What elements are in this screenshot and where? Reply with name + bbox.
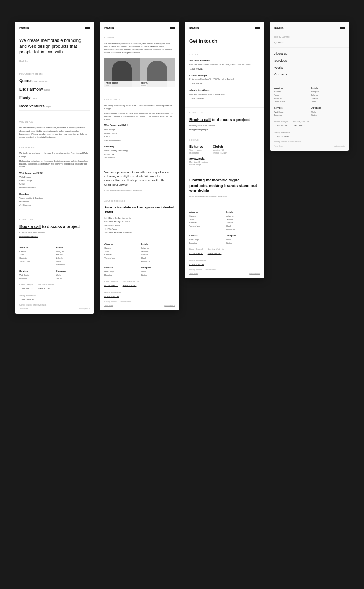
footer-link[interactable]: Web Design xyxy=(19,274,53,276)
footer-link[interactable]: Awwwards xyxy=(226,228,260,231)
website-link[interactable]: matchagency.io xyxy=(164,304,175,307)
footer-link[interactable]: Stories xyxy=(311,114,345,117)
location-phone[interactable]: +1 600 209 2311 xyxy=(274,124,288,127)
footer-link[interactable]: Instagram xyxy=(311,91,345,93)
footer-services-col: Services Web Design Branding xyxy=(189,234,223,245)
footer-link[interactable]: Branding xyxy=(189,242,223,244)
footer-link[interactable]: Branding xyxy=(19,277,53,280)
terms-link[interactable]: Terms of use xyxy=(19,308,28,310)
footer-link[interactable]: Team xyxy=(189,218,223,221)
terms-link[interactable]: Terms of use xyxy=(189,272,198,275)
book-call-link-3[interactable]: Book a call xyxy=(189,117,211,122)
website-link[interactable]: matchagency.io xyxy=(249,272,260,275)
hamburger-2[interactable] xyxy=(170,27,175,29)
footer-link[interactable]: Clutch xyxy=(56,260,90,263)
footer-link[interactable]: Branding xyxy=(274,114,308,117)
menu-item-works[interactable]: Works xyxy=(274,66,345,70)
location-phone[interactable]: +7 700 675 15 96 xyxy=(274,135,289,138)
footer-link[interactable]: LinkedIn xyxy=(226,222,260,224)
project-flanty[interactable]: Flanty Digital xyxy=(19,95,90,102)
footer-col-title: Our space xyxy=(226,234,260,237)
footer-link[interactable]: Careers xyxy=(19,250,53,253)
menu-item-services[interactable]: Services xyxy=(274,59,345,63)
footer-link[interactable]: Behance xyxy=(226,218,260,221)
location-phone[interactable]: +1 600 209 2311 xyxy=(189,252,203,254)
location-phone[interactable]: +1 600 209 2311 xyxy=(38,288,52,290)
footer-link[interactable]: Works xyxy=(141,271,175,273)
footer-link[interactable]: Instagram xyxy=(56,250,90,253)
footer-link[interactable]: Team xyxy=(274,94,308,96)
footer-link[interactable]: Web Design xyxy=(189,239,223,241)
hamburger-3[interactable] xyxy=(255,27,260,29)
footer-link[interactable]: Clutch xyxy=(226,225,260,228)
terms-link[interactable]: Terms of use xyxy=(104,304,113,307)
footer-link[interactable]: Instagram xyxy=(226,215,260,218)
footer-link[interactable]: Behance xyxy=(56,254,90,256)
footer-link[interactable]: Contacts xyxy=(189,222,223,224)
cta-email-3[interactable]: hello@matchagency.io xyxy=(189,128,208,131)
footer-link[interactable]: Careers xyxy=(189,215,223,218)
menu-item-about[interactable]: About us xyxy=(274,52,345,56)
branding-link[interactable]: Learn more about who we are and what we … xyxy=(189,195,260,198)
footer-link[interactable]: Awwwards xyxy=(141,260,175,263)
footer-link[interactable]: Terms of use xyxy=(274,100,308,103)
location-phone[interactable]: +1 600 209 2311 xyxy=(123,284,137,286)
cta-section-1: Contact us Book a call to discuss a proj… xyxy=(15,214,94,242)
terms-link[interactable]: Terms of use xyxy=(274,145,283,147)
footer-link[interactable]: LinkedIn xyxy=(56,257,90,260)
footer-link[interactable]: Careers xyxy=(274,91,308,93)
project-reca[interactable]: Reca Ventures Digital xyxy=(19,104,90,111)
learn-more[interactable]: Learn more about who we are and what we … xyxy=(104,190,142,192)
footer-link[interactable]: Contacts xyxy=(274,97,308,100)
footer-link[interactable]: Clutch xyxy=(141,257,175,260)
footer-link[interactable]: Works xyxy=(56,274,90,276)
footer-link[interactable]: Stories xyxy=(226,242,260,244)
footer-link[interactable]: Careers xyxy=(104,247,138,250)
footer-1: About us Careers Team Contacts Terms of … xyxy=(15,243,94,314)
footer-link[interactable]: Works xyxy=(311,111,345,113)
footer-link[interactable]: Works xyxy=(226,239,260,241)
project-life-harmony[interactable]: Life Harmony Digital xyxy=(19,87,90,94)
book-call-link[interactable]: Book a call xyxy=(19,224,41,229)
footer-link[interactable]: LinkedIn xyxy=(141,254,175,256)
location-phone[interactable]: +1 600 209 2311 xyxy=(104,284,118,286)
office-phone[interactable]: +1 600 209 2311 xyxy=(189,68,203,70)
footer-link[interactable]: Behance xyxy=(141,250,175,253)
location-phone[interactable]: +1 600 209 2311 xyxy=(293,124,307,127)
footer-link[interactable]: Stories xyxy=(141,274,175,276)
filter-input[interactable]: Quorus xyxy=(274,40,345,45)
location-phone[interactable]: +7 700 675 15 96 xyxy=(19,299,34,301)
office-phone[interactable]: +1 600 209 2311 xyxy=(189,82,203,85)
office-phone[interactable]: +7 700 675 15 96 xyxy=(189,98,204,100)
location-phone[interactable]: +1 600 209 2311 xyxy=(208,252,222,254)
location-phone[interactable]: +7 700 675 15 96 xyxy=(189,263,204,265)
footer-link[interactable]: Terms of use xyxy=(189,225,223,228)
website-link[interactable]: matchagency.io xyxy=(334,145,345,147)
footer-link[interactable]: Web Design xyxy=(274,111,308,113)
footer-link[interactable]: Team xyxy=(19,254,53,256)
hamburger-1[interactable] xyxy=(85,27,90,29)
footer-link[interactable]: Contacts xyxy=(104,254,138,256)
footer-link[interactable]: Behance xyxy=(311,94,345,96)
footer-link[interactable]: Team xyxy=(104,250,138,253)
location-phone[interactable]: +1 600 209 2311 xyxy=(19,288,33,290)
location-phone[interactable]: +7 700 675 15 96 xyxy=(104,295,119,297)
cta-email[interactable]: hello@matchagency.io xyxy=(19,235,38,237)
offices-section: Visit us San Jose, California Riverpark … xyxy=(185,53,264,107)
footer-link[interactable]: Awwwards xyxy=(56,264,90,266)
footer-link[interactable]: Contacts xyxy=(19,257,53,260)
project-quorus[interactable]: Quorus Branding, Digital xyxy=(19,78,90,85)
awards-title: Awards translate and recognize our talen… xyxy=(104,205,175,214)
footer-col-title: Our space xyxy=(141,267,175,269)
footer-link[interactable]: Stories xyxy=(56,277,90,280)
footer-link[interactable]: Terms of use xyxy=(104,257,138,260)
footer-link[interactable]: Web Design xyxy=(104,271,138,273)
hamburger-4[interactable] xyxy=(340,27,345,29)
footer-link[interactable]: Clutch xyxy=(311,100,345,103)
footer-link[interactable]: Terms of use xyxy=(19,260,53,263)
menu-item-contacts[interactable]: Contacts xyxy=(274,72,345,77)
footer-link[interactable]: Instagram xyxy=(141,247,175,250)
footer-link[interactable]: Branding xyxy=(104,274,138,276)
footer-link[interactable]: LinkedIn xyxy=(311,97,345,100)
website-link[interactable]: matchagency.io xyxy=(79,308,90,310)
